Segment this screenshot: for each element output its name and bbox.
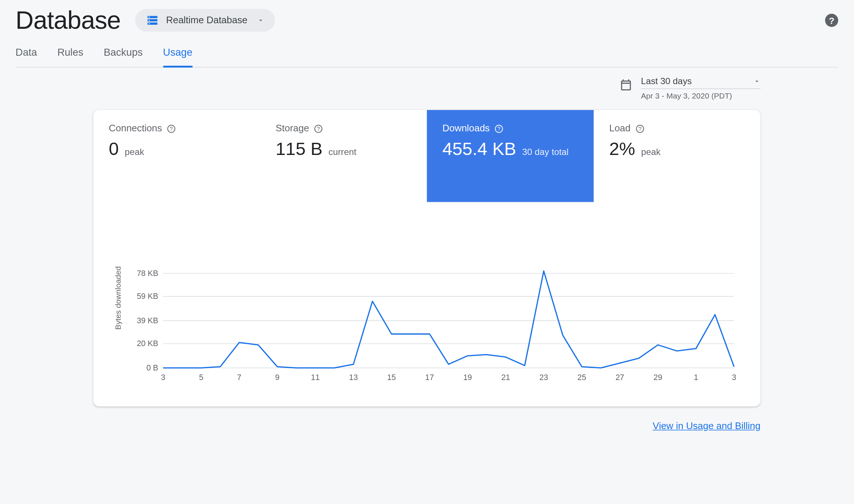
svg-text:21: 21 (501, 373, 510, 382)
metric-label: Storage (276, 123, 309, 134)
instance-selector-label: Realtime Database (166, 15, 247, 26)
chart-region: Bytes downloaded 0 B20 KB39 KB59 KB78 KB… (93, 202, 761, 407)
metric-suffix: 30 day total (522, 146, 569, 157)
metric-downloads[interactable]: Downloads ? 455.4 KB 30 day total (427, 110, 594, 202)
svg-text:23: 23 (539, 373, 548, 382)
tab-rules[interactable]: Rules (57, 41, 83, 68)
metric-label: Connections (109, 123, 162, 134)
svg-text:?: ? (317, 125, 320, 132)
chevron-down-icon (753, 77, 760, 84)
metric-label: Load (609, 123, 631, 134)
svg-text:9: 9 (275, 373, 279, 382)
svg-text:15: 15 (387, 373, 396, 382)
metric-value: 2% (609, 139, 635, 159)
svg-text:19: 19 (463, 373, 472, 382)
chart-ylabel: Bytes downloaded (113, 266, 122, 330)
chevron-down-icon (257, 17, 264, 24)
calendar-icon (619, 78, 633, 92)
metric-value: 115 B (276, 139, 323, 159)
metric-suffix: peak (125, 146, 144, 157)
date-range-label: Last 30 days (641, 76, 692, 86)
instance-selector[interactable]: Realtime Database (135, 9, 275, 32)
page-title: Database (16, 6, 121, 35)
svg-text:29: 29 (654, 373, 662, 382)
svg-text:?: ? (170, 125, 173, 132)
help-icon[interactable]: ? (825, 14, 838, 27)
svg-text:25: 25 (578, 373, 586, 382)
svg-text:39 KB: 39 KB (137, 316, 158, 325)
metric-suffix: current (328, 146, 357, 157)
tab-backups[interactable]: Backups (104, 41, 143, 68)
info-icon: ? (167, 124, 176, 133)
tab-data[interactable]: Data (16, 41, 37, 68)
info-icon: ? (495, 124, 503, 133)
svg-text:3: 3 (161, 373, 165, 382)
metric-value: 0 (109, 139, 119, 159)
date-range-sublabel: Apr 3 - May 3, 2020 (PDT) (641, 92, 761, 100)
svg-text:27: 27 (616, 373, 624, 382)
svg-text:3: 3 (732, 373, 736, 382)
info-icon: ? (314, 124, 323, 133)
svg-point-2 (148, 23, 149, 24)
svg-point-0 (148, 17, 149, 18)
usage-billing-link[interactable]: View in Usage and Billing (653, 421, 761, 431)
svg-text:7: 7 (237, 373, 241, 382)
svg-text:17: 17 (425, 373, 434, 382)
svg-text:20 KB: 20 KB (137, 339, 158, 348)
tab-usage[interactable]: Usage (163, 41, 193, 68)
svg-text:13: 13 (349, 373, 358, 382)
database-icon (146, 14, 159, 27)
svg-text:1: 1 (694, 373, 698, 382)
usage-card: Connections ? 0 peak Storage ? 115 B cur… (93, 110, 761, 406)
svg-text:59 KB: 59 KB (137, 292, 158, 301)
downloads-chart: 0 B20 KB39 KB59 KB78 KB35791113151719212… (127, 210, 745, 386)
svg-text:?: ? (638, 125, 641, 132)
svg-text:?: ? (497, 125, 500, 132)
metric-value: 455.4 KB (443, 139, 516, 159)
svg-text:0 B: 0 B (147, 363, 158, 372)
svg-text:11: 11 (311, 373, 320, 382)
metric-label: Downloads (443, 123, 490, 134)
info-icon: ? (635, 124, 644, 133)
date-range-selector[interactable]: Last 30 days Apr 3 - May 3, 2020 (PDT) (619, 76, 760, 100)
svg-text:78 KB: 78 KB (137, 269, 158, 278)
metric-storage[interactable]: Storage ? 115 B current (260, 110, 427, 202)
tab-bar: Data Rules Backups Usage (16, 41, 838, 68)
metric-connections[interactable]: Connections ? 0 peak (93, 110, 260, 202)
metric-load[interactable]: Load ? 2% peak (594, 110, 761, 202)
svg-text:5: 5 (199, 373, 203, 382)
svg-point-1 (148, 20, 149, 21)
metric-suffix: peak (641, 146, 661, 157)
